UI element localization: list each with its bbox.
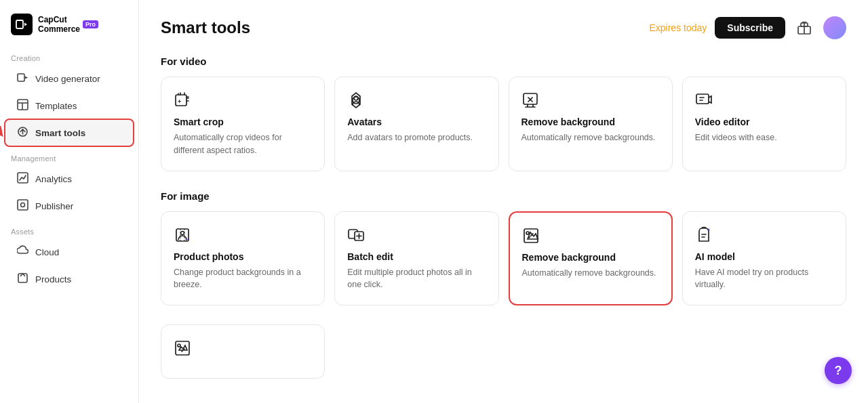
video-generator-icon bbox=[16, 72, 28, 85]
svg-rect-7 bbox=[18, 200, 28, 210]
svg-rect-1 bbox=[18, 74, 24, 81]
remove-bg-video-title: Remove background bbox=[521, 116, 660, 127]
expires-text: Expires today bbox=[649, 22, 707, 33]
main-header: Smart tools Expires today Subscribe bbox=[161, 16, 846, 39]
gift-icon[interactable] bbox=[793, 17, 815, 39]
product-photos-icon: + bbox=[174, 226, 312, 245]
video-editor-card[interactable]: Video editor Edit videos with ease. bbox=[682, 77, 846, 171]
image-cards-grid: + Product photos Change product backgrou… bbox=[161, 211, 846, 306]
svg-point-8 bbox=[20, 203, 24, 207]
main-content: Smart tools Expires today Subscribe For … bbox=[139, 0, 868, 403]
avatar[interactable] bbox=[823, 16, 846, 39]
sidebar-item-analytics[interactable]: Analytics bbox=[5, 166, 133, 192]
management-section-label: Management bbox=[0, 146, 138, 165]
avatars-card[interactable]: Avatars Add avatars to promote products. bbox=[334, 77, 498, 171]
smart-crop-card[interactable]: + Smart crop Automatically crop videos f… bbox=[161, 77, 325, 171]
svg-text:+: + bbox=[185, 236, 189, 242]
smart-crop-title: Smart crop bbox=[174, 116, 312, 127]
sidebar-item-label: Products bbox=[35, 274, 71, 284]
extra-icon-1 bbox=[174, 339, 312, 358]
logo-text: CapCut Commerce Pro bbox=[38, 15, 98, 35]
creation-section-label: Creation bbox=[0, 46, 138, 65]
smart-crop-icon: + bbox=[174, 91, 312, 110]
avatars-title: Avatars bbox=[347, 116, 486, 127]
avatars-icon bbox=[347, 91, 486, 110]
batch-edit-desc: Edit multiple product photos all in one … bbox=[347, 266, 486, 292]
sidebar-item-label: Smart tools bbox=[35, 128, 85, 138]
product-photos-title: Product photos bbox=[174, 251, 312, 262]
batch-edit-card[interactable]: Batch edit Edit multiple product photos … bbox=[334, 211, 498, 306]
ai-model-desc: Have AI model try on products virtually. bbox=[695, 266, 833, 292]
sidebar-item-cloud[interactable]: Cloud bbox=[5, 239, 133, 265]
svg-rect-19 bbox=[696, 94, 709, 104]
sidebar-item-smart-tools[interactable]: Smart tools bbox=[5, 120, 133, 146]
sidebar-item-label: Video generator bbox=[35, 74, 100, 84]
avatars-desc: Add avatars to promote products. bbox=[347, 131, 486, 144]
logo: CapCut Commerce Pro bbox=[0, 8, 138, 46]
product-photos-desc: Change product backgrounds in a breeze. bbox=[174, 266, 312, 292]
header-actions: Expires today Subscribe bbox=[649, 16, 846, 39]
analytics-icon bbox=[16, 172, 28, 186]
batch-edit-icon bbox=[347, 226, 486, 245]
svg-point-36 bbox=[178, 344, 180, 347]
video-editor-title: Video editor bbox=[695, 116, 833, 127]
remove-bg-image-title: Remove background bbox=[522, 252, 659, 263]
batch-edit-title: Batch edit bbox=[347, 251, 486, 262]
remove-bg-image-desc: Automatically remove backgrounds. bbox=[522, 267, 659, 280]
sidebar-item-label: Analytics bbox=[35, 174, 72, 184]
remove-bg-video-desc: Automatically remove backgrounds. bbox=[521, 131, 660, 144]
svg-text:+: + bbox=[707, 227, 711, 233]
remove-bg-image-card[interactable]: Remove background Automatically remove b… bbox=[509, 211, 673, 306]
remove-bg-image-icon bbox=[522, 226, 659, 245]
ai-model-title: AI model bbox=[695, 251, 833, 262]
product-photos-card[interactable]: + Product photos Change product backgrou… bbox=[161, 211, 325, 306]
ai-model-card[interactable]: + AI model Have AI model try on products… bbox=[682, 211, 846, 306]
cloud-icon bbox=[16, 245, 28, 259]
help-button[interactable]: ? bbox=[825, 357, 852, 384]
video-editor-desc: Edit videos with ease. bbox=[695, 131, 833, 144]
sidebar-item-publisher[interactable]: Publisher bbox=[5, 193, 133, 219]
svg-rect-9 bbox=[18, 274, 27, 282]
sidebar-item-label: Cloud bbox=[35, 247, 59, 257]
video-editor-icon bbox=[695, 91, 833, 110]
sidebar-item-templates[interactable]: Templates bbox=[5, 93, 133, 119]
svg-point-23 bbox=[181, 231, 184, 234]
sidebar: CapCut Commerce Pro Creation Video gener… bbox=[0, 0, 139, 403]
assets-section-label: Assets bbox=[0, 219, 138, 238]
ai-model-icon: + bbox=[695, 226, 833, 245]
video-cards-grid: + Smart crop Automatically crop videos f… bbox=[161, 77, 846, 171]
logo-icon bbox=[11, 14, 33, 35]
smart-tools-icon bbox=[16, 126, 28, 140]
extra-cards-grid bbox=[161, 324, 846, 379]
page-title: Smart tools bbox=[161, 18, 250, 37]
smart-crop-desc: Automatically crop videos for different … bbox=[174, 131, 312, 157]
sidebar-item-label: Publisher bbox=[35, 201, 73, 211]
image-section-label: For image bbox=[161, 190, 846, 202]
svg-point-30 bbox=[526, 232, 529, 234]
remove-bg-video-card[interactable]: Remove background Automatically remove b… bbox=[509, 77, 673, 171]
pro-badge: Pro bbox=[83, 20, 98, 29]
remove-bg-video-icon bbox=[521, 91, 660, 110]
svg-rect-0 bbox=[16, 20, 23, 28]
sidebar-item-products[interactable]: Products bbox=[5, 266, 133, 292]
sidebar-item-label: Templates bbox=[35, 101, 77, 111]
video-section-label: For video bbox=[161, 56, 846, 67]
extra-card-1[interactable] bbox=[161, 324, 325, 379]
products-icon bbox=[16, 272, 28, 286]
publisher-icon bbox=[16, 199, 28, 213]
subscribe-button[interactable]: Subscribe bbox=[715, 17, 785, 39]
sidebar-item-video-generator[interactable]: Video generator bbox=[5, 66, 133, 91]
svg-text:+: + bbox=[178, 98, 181, 105]
templates-icon bbox=[16, 99, 28, 112]
